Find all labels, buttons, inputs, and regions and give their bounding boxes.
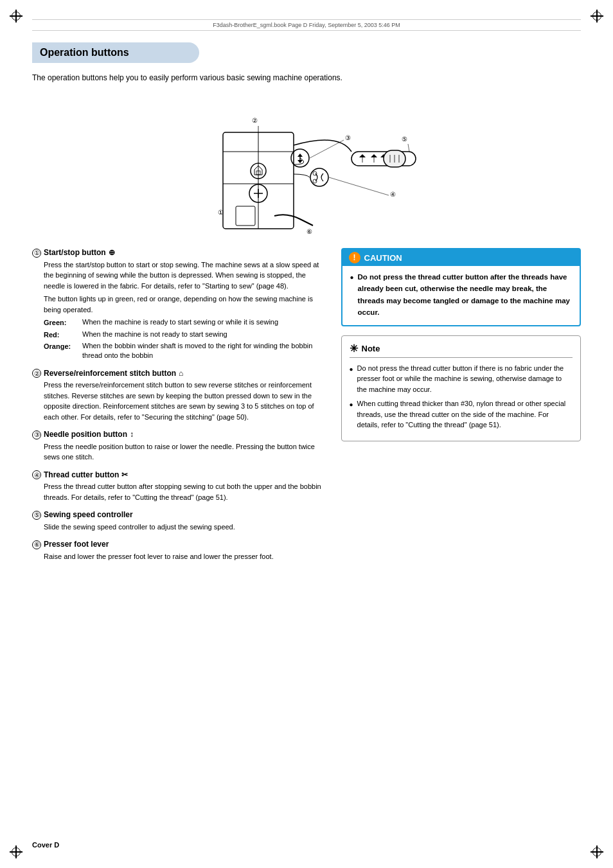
svg-text:③: ③ — [345, 134, 351, 141]
item-3-body: Press the needle position button to rais… — [32, 441, 326, 463]
svg-marker-17 — [298, 160, 303, 163]
svg-text:②: ② — [252, 117, 258, 124]
item-2-title: ② Reverse/reinforcement stitch button ⌂ — [32, 369, 326, 378]
note-icon: ✳ — [350, 342, 358, 355]
color-row-green: Green: When the machine is ready to star… — [44, 317, 326, 328]
right-column: ! CAUTION Do not press the thread cutter… — [341, 248, 582, 569]
svg-marker-29 — [371, 154, 377, 157]
corner-mark-bl — [10, 846, 22, 858]
svg-point-22 — [313, 179, 317, 183]
svg-line-24 — [329, 177, 389, 195]
corner-mark-tl — [10, 10, 22, 22]
svg-marker-27 — [359, 154, 366, 157]
item-1-body: Press the start/stop button to start or … — [32, 260, 326, 361]
section-title: Operation buttons — [32, 42, 199, 63]
item-1-title: ① Start/stop button ⊕ — [32, 248, 326, 258]
svg-text:⑤: ⑤ — [402, 136, 407, 143]
item-2-body: Press the reverse/reinforcement stitch b… — [32, 380, 326, 422]
caution-text: Do not press the thread cutter button af… — [358, 271, 572, 319]
svg-text:①: ① — [218, 209, 224, 216]
svg-rect-4 — [236, 206, 255, 226]
item-needle-position: ③ Needle position button ↕ Press the nee… — [32, 430, 326, 463]
diagram-area: ① ② ③ ④ — [32, 94, 581, 235]
item-4-body: Press the thread cutter button after sto… — [32, 481, 326, 502]
item-start-stop: ① Start/stop button ⊕ Press the start/st… — [32, 248, 326, 361]
item-6-title: ⑥ Presser foot lever — [32, 540, 326, 549]
caution-box: ! CAUTION Do not press the thread cutter… — [341, 248, 582, 326]
color-row-red: Red: When the machine is not ready to st… — [44, 330, 326, 341]
note-title: Note — [362, 344, 380, 353]
intro-text: The operation buttons help you to easily… — [32, 72, 581, 84]
caution-icon: ! — [349, 252, 360, 263]
item-4-title: ④ Thread cutter button ✂ — [32, 470, 326, 480]
note-box: ✳ Note Do not press the thread cutter bu… — [341, 335, 582, 441]
item-reverse-stitch: ② Reverse/reinforcement stitch button ⌂ … — [32, 369, 326, 423]
item-speed-controller: ⑤ Sewing speed controller Slide the sewi… — [32, 510, 326, 532]
item-6-body: Raise and lower the presser foot lever t… — [32, 551, 326, 562]
caution-bullet: Do not press the thread cutter button af… — [350, 271, 573, 319]
item-4-num: ④ — [32, 470, 41, 479]
item-thread-cutter: ④ Thread cutter button ✂ Press the threa… — [32, 470, 326, 503]
svg-line-36 — [408, 144, 409, 152]
item-presser-foot: ⑥ Presser foot lever Raise and lower the… — [32, 540, 326, 562]
item-1-num: ① — [32, 249, 41, 258]
item-2-num: ② — [32, 369, 41, 378]
note-header: ✳ Note — [350, 342, 573, 358]
page-container: F3dash-BrotherE_sgml.book Page D Friday,… — [0, 0, 613, 868]
note-item-1: Do not press the thread cutter button if… — [350, 363, 573, 395]
color-table: Green: When the machine is ready to star… — [44, 317, 326, 361]
svg-text:⑥: ⑥ — [306, 228, 312, 235]
item-5-body: Slide the sewing speed controller to adj… — [32, 522, 326, 533]
corner-mark-br — [591, 846, 603, 858]
caution-body: Do not press the thread cutter button af… — [350, 271, 573, 319]
item-6-num: ⑥ — [32, 540, 41, 549]
svg-marker-16 — [298, 154, 303, 157]
svg-point-20 — [310, 168, 328, 186]
item-3-title: ③ Needle position button ↕ — [32, 430, 326, 439]
corner-mark-tr — [591, 10, 603, 22]
item-3-num: ③ — [32, 430, 41, 439]
svg-text:④: ④ — [390, 191, 396, 198]
color-row-orange: Orange: When the bobbin winder shaft is … — [44, 341, 326, 361]
item-5-title: ⑤ Sewing speed controller — [32, 510, 326, 520]
item-5-num: ⑤ — [32, 511, 41, 520]
caution-header: ! CAUTION — [342, 249, 580, 266]
svg-line-19 — [310, 140, 344, 158]
content-columns: ① Start/stop button ⊕ Press the start/st… — [32, 248, 581, 569]
caution-title: CAUTION — [364, 253, 402, 263]
svg-point-21 — [313, 172, 317, 175]
page-footer: Cover D — [32, 841, 59, 849]
file-info: F3dash-BrotherE_sgml.book Page D Friday,… — [32, 19, 581, 31]
machine-diagram: ① ② ③ ④ — [172, 94, 441, 235]
left-column: ① Start/stop button ⊕ Press the start/st… — [32, 248, 326, 569]
note-item-2: When cutting thread thicker than #30, ny… — [350, 398, 573, 430]
